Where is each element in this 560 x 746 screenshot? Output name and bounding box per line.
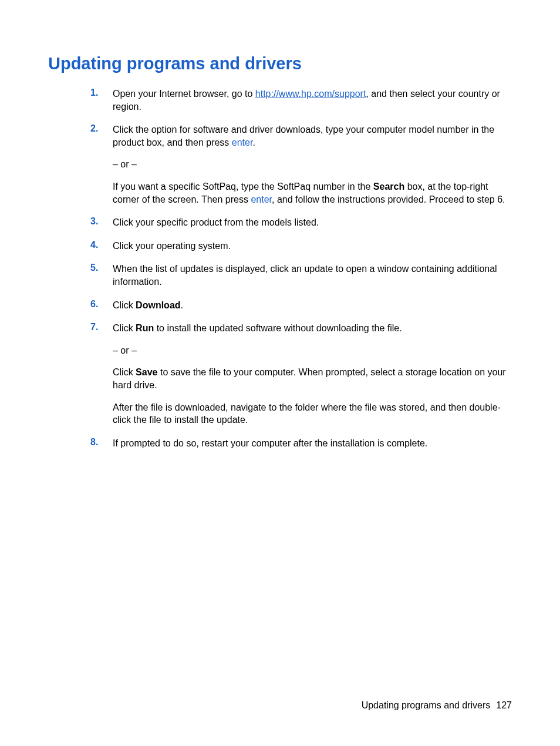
step-7: 7. Click Run to install the updated soft…	[90, 322, 512, 426]
text: Open your Internet browser, go to	[113, 89, 255, 99]
run-label: Run	[136, 323, 154, 333]
step-1: 1. Open your Internet browser, go to htt…	[90, 88, 512, 113]
step-content: Click the option for software and driver…	[113, 123, 512, 206]
step-4: 4. Click your operating system.	[90, 240, 512, 253]
text: , and follow the instructions provided. …	[272, 194, 505, 204]
step-5: 5. When the list of updates is displayed…	[90, 263, 512, 288]
step-number: 5.	[90, 263, 113, 288]
text: When the list of updates is displayed, c…	[113, 263, 512, 288]
footer-text: Updating programs and drivers	[362, 700, 491, 710]
step-content: Open your Internet browser, go to http:/…	[113, 88, 512, 113]
text: If you want a specific SoftPaq, type the…	[113, 182, 373, 191]
or-separator: – or –	[113, 158, 512, 171]
enter-key: enter	[232, 137, 253, 147]
step-2: 2. Click the option for software and dri…	[90, 123, 512, 206]
text: Click	[113, 367, 136, 377]
search-label: Search	[373, 182, 404, 191]
page-footer: Updating programs and drivers127	[362, 700, 512, 711]
step-number: 7.	[90, 322, 113, 426]
step-content: If prompted to do so, restart your compu…	[113, 437, 512, 450]
step-number: 4.	[90, 240, 113, 253]
text: to install the updated software without …	[154, 323, 402, 333]
text: After the file is downloaded, navigate t…	[113, 401, 512, 426]
step-content: Click Run to install the updated softwar…	[113, 322, 512, 426]
step-content: Click Download.	[113, 299, 512, 312]
step-content: Click your specific product from the mod…	[113, 216, 512, 229]
step-8: 8. If prompted to do so, restart your co…	[90, 437, 512, 450]
save-label: Save	[136, 367, 157, 377]
step-3: 3. Click your specific product from the …	[90, 216, 512, 229]
document-page: Updating programs and drivers 1. Open yo…	[0, 0, 560, 449]
step-number: 6.	[90, 299, 113, 312]
steps-list: 1. Open your Internet browser, go to htt…	[90, 88, 512, 449]
enter-key: enter	[251, 194, 272, 204]
or-separator: – or –	[113, 344, 512, 357]
step-content: Click your operating system.	[113, 240, 512, 253]
text: Click	[113, 323, 136, 333]
step-number: 8.	[90, 437, 113, 450]
text: Click your specific product from the mod…	[113, 216, 512, 229]
step-number: 2.	[90, 123, 113, 206]
text: If prompted to do so, restart your compu…	[113, 437, 512, 450]
text: to save the file to your computer. When …	[113, 367, 506, 390]
page-number: 127	[496, 700, 512, 710]
step-content: When the list of updates is displayed, c…	[113, 263, 512, 288]
text: .	[252, 137, 255, 147]
page-heading: Updating programs and drivers	[48, 54, 512, 73]
step-number: 3.	[90, 216, 113, 229]
text: Click	[113, 300, 136, 310]
text: .	[181, 300, 183, 310]
download-label: Download	[136, 300, 180, 310]
step-6: 6. Click Download.	[90, 299, 512, 312]
text: Click your operating system.	[113, 240, 512, 253]
step-number: 1.	[90, 88, 113, 113]
text: Click the option for software and driver…	[113, 125, 494, 147]
support-link[interactable]: http://www.hp.com/support	[255, 89, 366, 99]
